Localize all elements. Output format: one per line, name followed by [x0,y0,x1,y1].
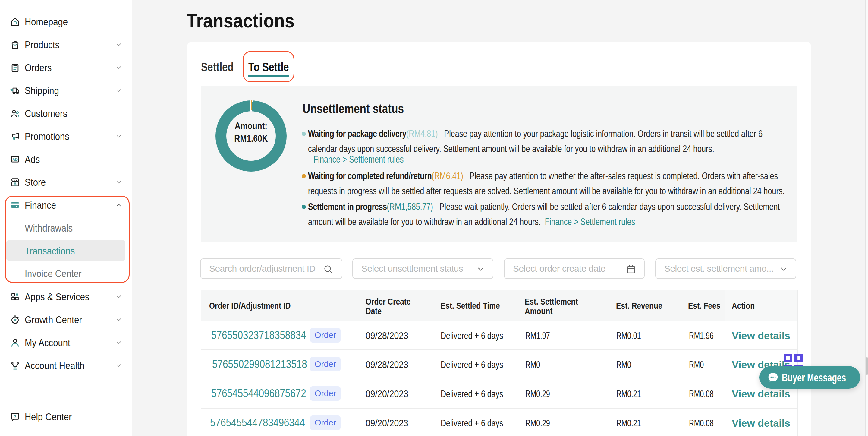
svg-text:?: ? [14,414,16,419]
svg-text:AD: AD [12,157,18,162]
